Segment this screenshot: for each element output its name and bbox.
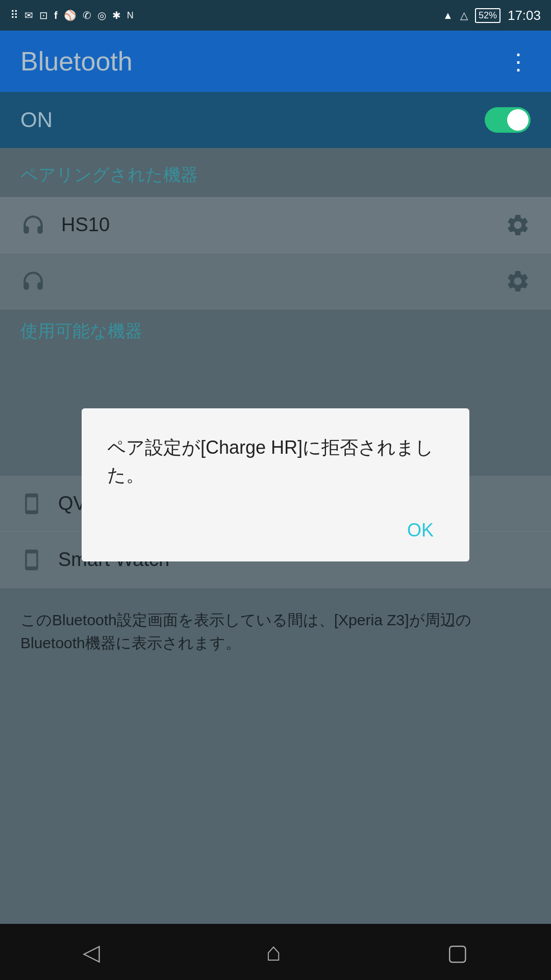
status-time: 17:03	[508, 8, 541, 23]
app-title: Bluetooth	[20, 46, 133, 77]
signal-icon: △	[460, 9, 468, 21]
message-icon: ⠿	[10, 9, 18, 22]
sim-icon: ⊡	[39, 9, 48, 21]
bluetooth-status-icon: ✱	[112, 9, 121, 21]
bluetooth-toggle-row: ON	[0, 92, 551, 148]
app-bar: Bluetooth ⋮	[0, 31, 551, 92]
battery-indicator: 52%	[475, 8, 500, 23]
back-button[interactable]: ◁	[83, 939, 100, 965]
pair-rejected-dialog: ペア設定が[Charge HR]に拒否されました。 OK	[82, 408, 469, 561]
dialog-ok-button[interactable]: OK	[397, 514, 444, 546]
wifi-icon: ▲	[443, 10, 453, 21]
viber-icon: ◎	[97, 9, 106, 21]
overflow-menu-button[interactable]: ⋮	[507, 48, 531, 75]
dialog-overlay: ペア設定が[Charge HR]に拒否されました。 OK	[0, 148, 551, 924]
nfc-icon: N	[127, 10, 134, 21]
dialog-actions: OK	[107, 514, 444, 546]
email-icon: ✉	[24, 9, 33, 21]
toggle-label: ON	[20, 108, 53, 132]
status-icons-left: ⠿ ✉ ⊡ f ⚾ ✆ ◎ ✱ N	[10, 9, 134, 22]
recents-button[interactable]: ▢	[447, 939, 468, 965]
status-bar: ⠿ ✉ ⊡ f ⚾ ✆ ◎ ✱ N ▲ △ 52% 17:03	[0, 0, 551, 31]
status-icons-right: ▲ △ 52% 17:03	[443, 8, 541, 23]
home-button[interactable]: ⌂	[266, 937, 281, 967]
facebook-icon: f	[54, 10, 58, 21]
content-area: ペアリングされた機器 HS10 使用可能な機器	[0, 148, 551, 924]
bluetooth-toggle-switch[interactable]	[485, 107, 531, 133]
phone-call-icon: ✆	[83, 9, 91, 21]
dialog-message: ペア設定が[Charge HR]に拒否されました。	[107, 434, 444, 489]
nav-bar: ◁ ⌂ ▢	[0, 924, 551, 980]
baseball-icon: ⚾	[64, 9, 77, 21]
